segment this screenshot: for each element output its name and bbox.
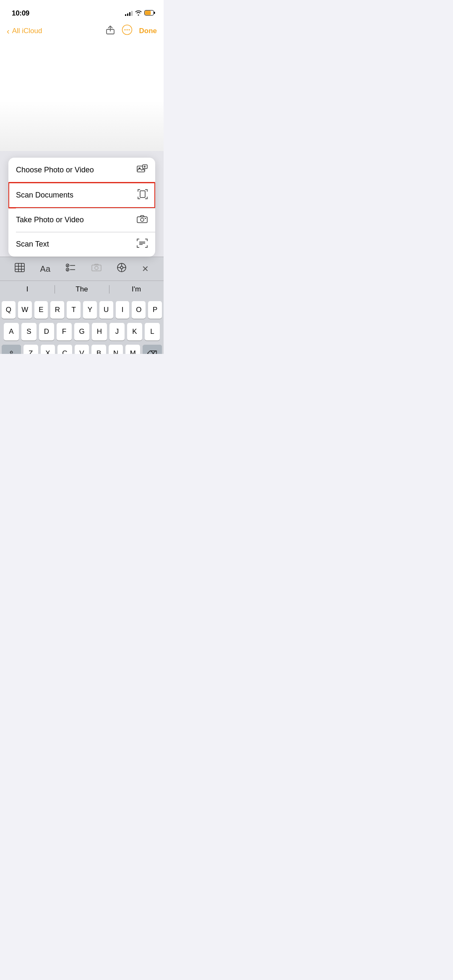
svg-point-16 bbox=[141, 218, 144, 221]
svg-rect-1 bbox=[154, 12, 155, 14]
menu-item-choose-photo[interactable]: Choose Photo or Video bbox=[8, 158, 155, 182]
status-bar: 10:09 bbox=[0, 0, 164, 21]
key-m[interactable]: M bbox=[125, 345, 140, 354]
popup-container: Choose Photo or Video Scan Documents bbox=[0, 151, 164, 257]
autocomplete-suggestion-2[interactable]: The bbox=[55, 283, 109, 295]
svg-rect-17 bbox=[145, 218, 146, 219]
key-c[interactable]: C bbox=[57, 345, 72, 354]
keyboard-row-3: ⇧ Z X C V B N M ⌫ bbox=[2, 345, 162, 354]
back-label: All iCloud bbox=[12, 27, 42, 35]
keyboard: Q W E R T Y U I O P A S D F G H J K L ⇧ … bbox=[0, 298, 164, 354]
svg-point-7 bbox=[126, 29, 128, 31]
status-time: 10:09 bbox=[12, 9, 29, 18]
close-toolbar-button[interactable]: ✕ bbox=[138, 262, 152, 276]
key-v[interactable]: V bbox=[75, 345, 89, 354]
svg-rect-14 bbox=[140, 191, 145, 198]
svg-rect-30 bbox=[92, 265, 101, 271]
key-x[interactable]: X bbox=[41, 345, 55, 354]
key-u[interactable]: U bbox=[99, 301, 113, 319]
nav-actions: Done bbox=[106, 24, 157, 38]
key-j[interactable]: J bbox=[109, 323, 125, 341]
key-a[interactable]: A bbox=[4, 323, 19, 341]
svg-point-6 bbox=[124, 29, 125, 31]
back-button[interactable]: ‹ All iCloud bbox=[7, 26, 42, 36]
nav-bar: ‹ All iCloud Done bbox=[0, 21, 164, 42]
keyboard-row-1: Q W E R T Y U I O P bbox=[2, 301, 162, 319]
autocomplete-suggestion-3[interactable]: I'm bbox=[109, 283, 164, 295]
wifi-icon bbox=[135, 10, 142, 17]
popup-menu: Choose Photo or Video Scan Documents bbox=[8, 158, 155, 257]
key-h[interactable]: H bbox=[92, 323, 107, 341]
photo-on-rectangle-icon bbox=[137, 164, 148, 176]
key-o[interactable]: O bbox=[132, 301, 146, 319]
note-content bbox=[0, 42, 164, 151]
menu-item-take-photo[interactable]: Take Photo or Video bbox=[8, 208, 155, 232]
key-r[interactable]: R bbox=[50, 301, 64, 319]
key-d[interactable]: D bbox=[39, 323, 54, 341]
checklist-button[interactable] bbox=[62, 262, 79, 276]
key-q[interactable]: Q bbox=[2, 301, 16, 319]
svg-point-31 bbox=[95, 266, 98, 270]
key-k[interactable]: K bbox=[127, 323, 142, 341]
table-button[interactable] bbox=[11, 261, 28, 276]
key-w[interactable]: W bbox=[18, 301, 32, 319]
camera-toolbar-button[interactable] bbox=[88, 262, 105, 276]
menu-item-scan-text[interactable]: Scan Text bbox=[8, 232, 155, 257]
svg-rect-2 bbox=[145, 11, 151, 15]
formatting-toolbar: Aa ✕ bbox=[0, 257, 164, 281]
autocomplete-bar: I The I'm bbox=[0, 281, 164, 298]
done-button[interactable]: Done bbox=[139, 27, 157, 35]
key-g[interactable]: G bbox=[74, 323, 89, 341]
doc-viewfinder-icon bbox=[138, 189, 148, 201]
key-b[interactable]: B bbox=[91, 345, 106, 354]
menu-item-scan-documents[interactable]: Scan Documents bbox=[8, 182, 155, 208]
svg-rect-15 bbox=[137, 217, 147, 223]
svg-point-33 bbox=[120, 266, 123, 269]
key-i[interactable]: I bbox=[116, 301, 130, 319]
key-t[interactable]: T bbox=[67, 301, 81, 319]
svg-point-8 bbox=[128, 29, 130, 31]
shift-key[interactable]: ⇧ bbox=[2, 345, 21, 354]
key-p[interactable]: P bbox=[148, 301, 162, 319]
format-button[interactable]: Aa bbox=[37, 262, 54, 276]
content-fade bbox=[0, 101, 164, 151]
back-chevron-icon: ‹ bbox=[7, 26, 10, 36]
autocomplete-suggestion-1[interactable]: I bbox=[0, 283, 55, 295]
camera-icon bbox=[137, 215, 148, 225]
text-viewfinder-icon bbox=[137, 239, 148, 250]
share-button[interactable] bbox=[106, 25, 115, 37]
key-e[interactable]: E bbox=[34, 301, 48, 319]
signal-icon bbox=[125, 11, 133, 16]
key-f[interactable]: F bbox=[57, 323, 72, 341]
markup-button[interactable] bbox=[114, 261, 130, 276]
more-button[interactable] bbox=[122, 24, 133, 38]
keyboard-row-2: A S D F G H J K L bbox=[2, 323, 162, 341]
status-icons bbox=[125, 10, 155, 17]
battery-icon bbox=[144, 10, 155, 17]
svg-rect-21 bbox=[15, 263, 24, 272]
key-l[interactable]: L bbox=[145, 323, 160, 341]
key-z[interactable]: Z bbox=[23, 345, 38, 354]
key-n[interactable]: N bbox=[109, 345, 123, 354]
key-s[interactable]: S bbox=[21, 323, 36, 341]
delete-key[interactable]: ⌫ bbox=[143, 345, 162, 354]
key-y[interactable]: Y bbox=[83, 301, 97, 319]
